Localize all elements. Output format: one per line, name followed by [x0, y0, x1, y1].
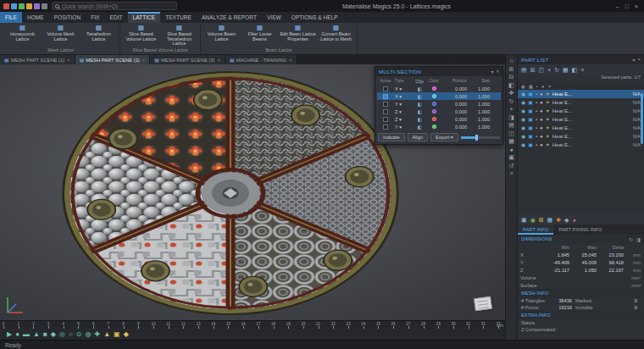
- menu-tab-texture[interactable]: TEXTURE: [160, 12, 197, 23]
- step-value[interactable]: 1.000: [468, 94, 491, 99]
- close-icon[interactable]: ×: [142, 58, 146, 63]
- close-icon[interactable]: ×: [67, 58, 70, 63]
- close-icon[interactable]: ×: [289, 58, 292, 63]
- shade-icon[interactable]: ▪: [536, 125, 537, 130]
- visible-icon[interactable]: ◉: [521, 134, 525, 139]
- align-button[interactable]: Align: [408, 133, 428, 141]
- undo-view-icon[interactable]: ↺: [509, 163, 514, 169]
- section-type-dropdown[interactable]: X ▾: [395, 86, 412, 91]
- menu-tab-home[interactable]: HOME: [22, 12, 49, 23]
- section-color-swatch[interactable]: [432, 94, 436, 98]
- sphere-primitive-icon[interactable]: ●: [15, 331, 19, 338]
- pan-icon[interactable]: ✥: [509, 90, 514, 96]
- app-shortcut-icon-4[interactable]: [26, 3, 32, 9]
- part-list-row[interactable]: ◉▣▪●✦Heat E...N/A: [518, 98, 644, 107]
- selected-checkbox[interactable]: ▣: [528, 142, 533, 147]
- scene-icon[interactable]: ▤: [521, 67, 527, 73]
- clip-toggle-icon[interactable]: ◧: [413, 109, 426, 114]
- menu-tab-fix[interactable]: FIX: [86, 12, 104, 23]
- views-icon[interactable]: ◧: [572, 67, 578, 73]
- texture-icon[interactable]: ✚: [556, 217, 561, 223]
- wireframe-icon[interactable]: ▦: [508, 138, 514, 144]
- step-value[interactable]: 1.000: [468, 125, 491, 130]
- section-type-dropdown[interactable]: X ▾: [395, 94, 412, 99]
- shade-icon[interactable]: ▪: [536, 91, 537, 97]
- list-icon[interactable]: ≡: [580, 67, 584, 73]
- freeform-primitive-icon[interactable]: ◍: [85, 331, 91, 338]
- refresh-icon[interactable]: ↻: [629, 236, 633, 242]
- point-primitive-icon[interactable]: ⊙: [76, 331, 82, 338]
- rotate-icon[interactable]: ↻: [509, 98, 514, 104]
- menu-tab-position[interactable]: POSITION: [49, 12, 86, 23]
- section-color-swatch[interactable]: [432, 125, 436, 129]
- visible-icon[interactable]: ◉: [521, 91, 525, 97]
- section-type-dropdown[interactable]: Y ▾: [395, 125, 412, 130]
- lock-icon[interactable]: ✦: [546, 100, 550, 105]
- section-type-dropdown[interactable]: Y ▾: [395, 102, 412, 107]
- multi-section-row[interactable]: Z ▾◧0.0001.000: [377, 115, 501, 123]
- app-shortcut-icon-3[interactable]: [19, 3, 25, 9]
- box-primitive-icon[interactable]: ■: [43, 331, 47, 338]
- part-list-row[interactable]: ◉▣▪●✦Heat E...N/A: [518, 115, 644, 124]
- shaded-view-icon[interactable]: ●: [509, 147, 513, 152]
- maximize-button[interactable]: □: [625, 3, 629, 9]
- menu-tab-options-help[interactable]: OPTIONS & HELP: [286, 12, 343, 23]
- viewport-3d[interactable]: MULTI-SECTION ▾ × ActiveTypeClipColorPos…: [0, 64, 505, 320]
- color-swatch[interactable]: ●: [540, 142, 543, 147]
- section-type-dropdown[interactable]: Z ▾: [395, 109, 412, 114]
- lock-icon[interactable]: ✦: [546, 108, 550, 114]
- refresh-icon[interactable]: ↻: [554, 67, 559, 73]
- group-icon[interactable]: ▦: [563, 67, 569, 73]
- lock-icon[interactable]: ✦: [546, 91, 550, 97]
- pyramid-primitive-icon[interactable]: ◆: [51, 331, 56, 338]
- indicate-button[interactable]: Indicate: [378, 133, 405, 141]
- color-swatch[interactable]: ●: [540, 91, 543, 97]
- active-checkbox[interactable]: [383, 125, 388, 130]
- torus-primitive-icon[interactable]: ◎: [59, 331, 65, 338]
- position-value[interactable]: 0.000: [441, 86, 467, 91]
- selected-checkbox[interactable]: ▣: [528, 117, 533, 122]
- position-value[interactable]: 0.000: [441, 109, 467, 114]
- app-shortcut-icon-2[interactable]: [11, 3, 17, 9]
- ribbon-button-honeycomb-lattice[interactable]: ▦Honeycomb Lattice: [3, 24, 42, 47]
- active-checkbox[interactable]: [383, 86, 388, 91]
- marked-plane-icon[interactable]: ▲: [103, 331, 110, 338]
- color-swatch[interactable]: ●: [540, 100, 543, 105]
- ribbon-button-slice-based-tetrahedron-lattice[interactable]: ▦Slice Based Tetrahedron Lattice: [160, 24, 198, 47]
- options-icon[interactable]: ≡: [509, 170, 513, 176]
- measure-icon[interactable]: ▣: [521, 217, 527, 223]
- report-icon[interactable]: ●: [573, 217, 576, 223]
- shade-icon[interactable]: ▪: [536, 117, 537, 122]
- multi-section-row[interactable]: Y ▾◧0.0001.000: [377, 123, 501, 130]
- menu-tab-edit[interactable]: EDIT: [105, 12, 128, 23]
- close-icon[interactable]: ×: [217, 58, 220, 63]
- menu-tab-lattice[interactable]: LATTICE: [128, 12, 161, 23]
- visible-icon[interactable]: ◉: [521, 108, 525, 114]
- ribbon-button-filter-loose-beams[interactable]: ▦Filter Loose Beams: [241, 24, 279, 47]
- selected-checkbox[interactable]: ▣: [528, 134, 533, 139]
- duplicate-icon[interactable]: ◫: [539, 67, 545, 73]
- search-input[interactable]: [62, 3, 174, 9]
- clip-toggle-icon[interactable]: ◧: [413, 117, 426, 122]
- active-checkbox[interactable]: [383, 109, 388, 114]
- app-shortcut-icon-6[interactable]: [42, 3, 47, 9]
- section-view-icon[interactable]: ▣: [508, 154, 514, 160]
- top-view-icon[interactable]: ▤: [508, 122, 514, 128]
- front-view-icon[interactable]: ◨: [508, 114, 514, 120]
- color-swatch[interactable]: ●: [540, 117, 543, 122]
- fix-icon[interactable]: ▦: [547, 217, 553, 223]
- active-checkbox[interactable]: [383, 102, 388, 107]
- lock-icon[interactable]: ✦: [546, 142, 550, 147]
- visible-icon[interactable]: ◉: [521, 125, 525, 130]
- section-color-swatch[interactable]: [432, 86, 436, 91]
- active-checkbox[interactable]: [383, 117, 388, 122]
- step-value[interactable]: 1.000: [468, 117, 491, 122]
- menu-tab-file[interactable]: FILE: [0, 12, 22, 23]
- part-list-row[interactable]: ◉▣▪●✦Heat E...N/A: [518, 107, 644, 115]
- minimize-button[interactable]: –: [616, 3, 619, 9]
- multi-section-row[interactable]: X ▾◧0.0001.000: [377, 85, 501, 92]
- part-list-row[interactable]: ◉▣▪●✦Heat E...N/A: [518, 132, 644, 141]
- visible-icon[interactable]: ◉: [521, 142, 525, 147]
- lock-icon[interactable]: ✦: [546, 117, 550, 122]
- position-value[interactable]: 0.000: [441, 94, 467, 99]
